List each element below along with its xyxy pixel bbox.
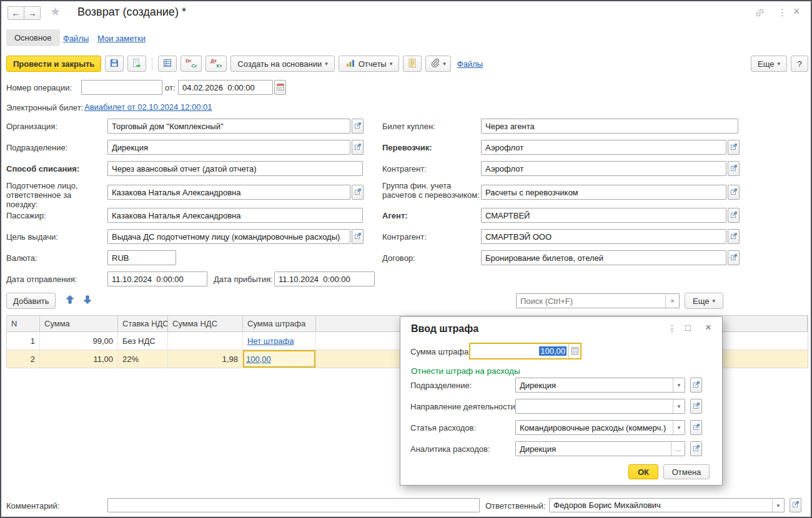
operation-number-input[interactable] <box>82 81 162 94</box>
move-row-up-button[interactable] <box>65 295 75 306</box>
agent-open-button[interactable] <box>728 208 740 223</box>
cell-n[interactable]: 2 <box>7 350 40 368</box>
issue-purpose-open-button[interactable] <box>352 229 364 244</box>
agent-counterparty-open-button[interactable] <box>728 229 740 244</box>
currency-input[interactable] <box>108 251 176 265</box>
table-more-button[interactable]: Еще ▾ <box>685 293 723 309</box>
post-document-button[interactable] <box>127 56 146 72</box>
cancel-button[interactable]: Отмена <box>663 464 710 479</box>
arrival-date-input[interactable] <box>275 272 374 286</box>
dialog-analytics-open-button[interactable] <box>690 441 702 456</box>
registers-button[interactable] <box>158 56 177 72</box>
dialog-activity-input[interactable] <box>516 399 673 413</box>
search-input[interactable] <box>517 294 665 308</box>
eticket-link[interactable]: Авиабилет от 02.10.2024 12:00:01 <box>84 102 212 112</box>
files-link[interactable]: Файлы <box>457 59 483 69</box>
no-penalty-link[interactable]: Нет штрафа <box>247 336 294 346</box>
dialog-department-open-button[interactable] <box>690 378 702 393</box>
cell-vat-rate[interactable]: 22% <box>118 350 168 368</box>
maximize-icon[interactable]: □ <box>685 323 690 333</box>
dialog-expense-item-open-button[interactable] <box>690 420 702 435</box>
carrier-input[interactable] <box>482 140 726 154</box>
writeoff-method-input[interactable] <box>108 162 362 175</box>
penalty-amount-link[interactable]: 100,00 <box>246 354 271 364</box>
fin-group-input[interactable] <box>482 185 726 199</box>
column-header-vat-rate[interactable]: Ставка НДС <box>118 316 168 331</box>
cell-sum[interactable]: 99,00 <box>40 332 118 350</box>
dialog-analytics-input[interactable] <box>516 442 671 456</box>
passenger-input[interactable] <box>108 208 362 222</box>
drcr-entries-button[interactable]: DrCr <box>181 56 202 72</box>
dialog-menu-icon[interactable]: ⋮ <box>668 323 676 333</box>
dropdown-caret-icon[interactable]: ▾ <box>673 378 685 392</box>
carrier-open-button[interactable] <box>728 140 740 155</box>
organization-open-button[interactable] <box>352 119 364 134</box>
carrier-counterparty-open-button[interactable] <box>728 161 740 176</box>
agent-counterparty-input[interactable] <box>482 230 726 243</box>
back-button[interactable]: ← <box>7 6 24 20</box>
get-link-icon[interactable] <box>755 7 765 20</box>
window-menu-icon[interactable]: ⋮ <box>778 7 787 18</box>
cell-vat-rate[interactable]: Без НДС <box>118 332 168 350</box>
close-window-icon[interactable]: × <box>793 5 800 18</box>
accountable-person-open-button[interactable] <box>352 185 364 200</box>
department-open-button[interactable] <box>352 140 364 155</box>
dialog-expense-item-input[interactable] <box>516 421 673 434</box>
department-input[interactable] <box>108 140 350 154</box>
tab-main[interactable]: Основное <box>6 29 60 46</box>
cell-vat-sum[interactable] <box>168 332 243 350</box>
calendar-button[interactable] <box>274 80 286 95</box>
responsible-input[interactable] <box>550 499 772 512</box>
cell-penalty-selected[interactable]: 100,00 <box>243 350 316 368</box>
dropdown-caret-icon[interactable]: ▾ <box>673 421 685 434</box>
issue-purpose-input[interactable] <box>108 230 350 243</box>
dialog-department-input[interactable] <box>516 378 673 392</box>
cell-vat-sum[interactable]: 1,98 <box>168 350 243 368</box>
print-document-button[interactable] <box>403 56 422 72</box>
penalty-amount-field[interactable]: 100,00 <box>469 343 582 359</box>
help-button[interactable]: ? <box>791 56 808 72</box>
accountable-person-input[interactable] <box>108 185 350 199</box>
tab-notes[interactable]: Мои заметки <box>97 34 146 43</box>
column-header-vat-sum[interactable]: Сумма НДС <box>168 316 243 331</box>
fin-group-open-button[interactable] <box>728 185 740 200</box>
cell-n[interactable]: 1 <box>7 332 40 350</box>
more-button[interactable]: Еще ▾ <box>751 56 787 72</box>
contract-input[interactable] <box>482 251 726 265</box>
forward-button[interactable]: → <box>24 6 41 20</box>
ok-button[interactable]: ОК <box>628 464 658 479</box>
save-button[interactable] <box>105 56 124 72</box>
carrier-counterparty-input[interactable] <box>482 162 726 175</box>
calculator-icon[interactable] <box>568 344 580 358</box>
favorite-star-icon[interactable]: ★ <box>50 4 61 19</box>
dialog-close-icon[interactable]: × <box>705 321 711 334</box>
from-date-input[interactable] <box>179 81 272 94</box>
contract-open-button[interactable] <box>728 250 740 265</box>
dropdown-caret-icon[interactable]: ▾ <box>772 499 784 512</box>
departure-date-input[interactable] <box>108 272 207 286</box>
column-header-sum[interactable]: Сумма <box>40 316 118 331</box>
add-row-button[interactable]: Добавить <box>6 293 56 309</box>
open-arrow-icon <box>730 143 738 152</box>
organization-input[interactable] <box>108 119 350 133</box>
dialog-activity-open-button[interactable] <box>690 399 702 414</box>
comment-input[interactable] <box>108 499 479 512</box>
cell-penalty[interactable]: Нет штрафа <box>243 332 316 350</box>
cell-sum[interactable]: 11,00 <box>40 350 118 368</box>
attachments-button[interactable]: ▾ <box>425 56 451 72</box>
dropdown-caret-icon[interactable]: ▾ <box>673 399 685 413</box>
choose-dots-icon[interactable]: ... <box>671 442 685 456</box>
agent-input[interactable] <box>482 208 726 222</box>
post-and-close-button[interactable]: Провести и закрыть <box>6 56 101 72</box>
tab-files[interactable]: Файлы <box>63 34 89 43</box>
create-based-on-button[interactable]: Создать на основании ▾ <box>230 56 334 72</box>
reports-button[interactable]: Отчеты ▾ <box>339 56 399 72</box>
column-header-penalty[interactable]: Сумма штрафа <box>243 316 316 331</box>
responsible-open-button[interactable] <box>790 498 801 512</box>
clear-search-icon[interactable]: × <box>665 294 679 308</box>
move-row-down-button[interactable] <box>82 295 92 306</box>
ticket-bought-input[interactable] <box>482 119 738 133</box>
column-header-n[interactable]: N <box>7 316 40 331</box>
carrier-counterparty-field <box>481 161 726 176</box>
dtkt-entries-button[interactable]: ДтКт <box>205 56 227 72</box>
